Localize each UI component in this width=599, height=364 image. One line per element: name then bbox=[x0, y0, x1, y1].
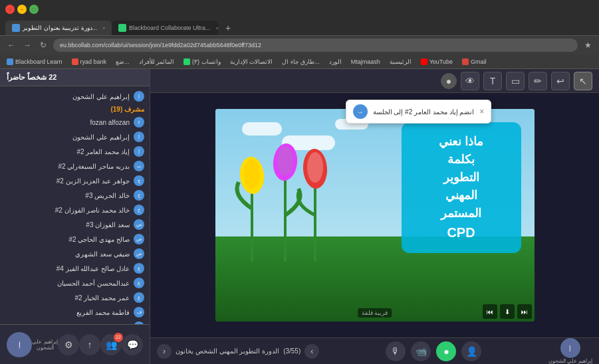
url-input[interactable] bbox=[53, 39, 578, 52]
bookmark-6[interactable]: طارق جاء ال... bbox=[279, 57, 322, 66]
participants-badge: 22 bbox=[114, 333, 123, 342]
bookmark-whatsapp[interactable]: واتساب (٣) bbox=[181, 57, 223, 66]
bookmark-7[interactable]: الورد bbox=[326, 57, 344, 66]
status-button[interactable]: ● bbox=[436, 341, 456, 361]
list-item-14[interactable]: ف فاديه سعد عبداله الصبحان bbox=[0, 319, 150, 324]
tab-close-active[interactable]: × bbox=[102, 25, 106, 31]
slide-text-line-4: المستمر bbox=[410, 205, 513, 223]
bookmark-gmail[interactable]: Gmail bbox=[459, 57, 489, 66]
sidebar-item-ir[interactable]: إ إبراهيم علي الشحون bbox=[0, 89, 150, 104]
bookmark-label-2: ضع... bbox=[116, 58, 130, 65]
eye-tool[interactable]: 👁 bbox=[461, 72, 479, 90]
avatar-9: ض bbox=[134, 248, 144, 259]
avatar-5: خ bbox=[134, 190, 144, 201]
bookmark-9[interactable]: الرئيسية bbox=[387, 57, 414, 66]
list-item-6[interactable]: خ خالد محمد ناصر الفوزان 2# bbox=[0, 203, 150, 217]
new-tab-button[interactable]: + bbox=[221, 21, 235, 35]
close-button[interactable]: × bbox=[5, 5, 15, 14]
participant-name-8: صالح مهدي الحاجي 2# bbox=[69, 236, 130, 243]
bookmark-icon-gmail bbox=[462, 58, 469, 65]
record-button[interactable]: ● bbox=[441, 73, 457, 89]
avatar-4: ج bbox=[134, 175, 144, 186]
session-nav-prev[interactable]: ‹ bbox=[304, 344, 319, 359]
slide-download[interactable]: ⬇ bbox=[500, 304, 515, 319]
main-layout: 22 شخصاً حاضراً إ إبراهيم علي الشحون مشر… bbox=[0, 69, 599, 364]
tulips-svg bbox=[219, 129, 372, 262]
list-item-5[interactable]: خ خالد الحريص 3# bbox=[0, 188, 150, 203]
bookmark-youtube[interactable]: YouTube bbox=[418, 57, 455, 66]
bookmark-5[interactable]: الاتصالات الإدارية bbox=[227, 57, 276, 66]
avatar-ir: إ bbox=[134, 91, 144, 102]
session-nav-next[interactable]: › bbox=[157, 344, 172, 359]
sidebar-header: 22 شخصاً حاضراً bbox=[0, 69, 150, 86]
list-item-9[interactable]: ض ضيفي سعد الشهري bbox=[0, 246, 150, 261]
slide-prev-prev[interactable]: ⏮ bbox=[483, 304, 497, 319]
bookmark-label-5: الاتصالات الإدارية bbox=[230, 58, 273, 65]
participant-name-12: عمر محمد الخيار 2# bbox=[75, 294, 130, 302]
bookmark-3[interactable]: ضع... bbox=[113, 57, 132, 66]
share-screen-button[interactable]: ↑ bbox=[79, 334, 100, 355]
bottom-avatar: إ bbox=[560, 338, 580, 358]
address-bar: ← → ↻ ★ bbox=[0, 36, 599, 54]
browser-chrome: × − □ bbox=[0, 0, 599, 19]
list-item-11[interactable]: ع عبدالمحسن أحمد الحسيان bbox=[0, 276, 150, 290]
bookmark-star[interactable]: ★ bbox=[582, 41, 594, 50]
tab-close-inactive[interactable]: × bbox=[216, 25, 218, 31]
my-avatar[interactable]: إ bbox=[7, 332, 32, 357]
list-item-1[interactable]: إ إبراهيم علي الشحون bbox=[0, 130, 150, 144]
list-item-10[interactable]: ع عادل صالح عبدالله الفيز 4# bbox=[0, 261, 150, 276]
maximize-button[interactable]: □ bbox=[29, 5, 39, 14]
list-item-8[interactable]: ص صالح مهدي الحاجي 2# bbox=[0, 232, 150, 246]
undo-tool[interactable]: ↩ bbox=[551, 72, 570, 90]
bookmark-icon-bank bbox=[72, 58, 78, 65]
bottom-participant-name: إبراهيم علي الشحون bbox=[548, 358, 592, 364]
window-controls[interactable]: × − □ bbox=[5, 5, 39, 14]
list-item-13[interactable]: ف فاطمة محمد الفريع bbox=[0, 305, 150, 319]
participant-name-4: جواهر عبد العزيز الزين 2# bbox=[57, 177, 130, 185]
tab-inactive[interactable]: Blackboard Collaborate Ultra... × bbox=[112, 21, 218, 35]
participants-button[interactable]: 👥 22 bbox=[100, 334, 122, 355]
tab-active[interactable]: دورة تدريبية بعنوان التطوير... × bbox=[5, 21, 112, 35]
list-item-2[interactable]: إ إياد محمد العامر 2# bbox=[0, 144, 150, 159]
bookmark-icon-whatsapp bbox=[183, 58, 190, 65]
list-item-4[interactable]: ج جواهر عبد العزيز الزين 2# bbox=[0, 173, 150, 188]
bookmark-blackboard[interactable]: Blackboard Learn bbox=[4, 57, 65, 66]
settings-button[interactable]: ⚙ bbox=[58, 334, 79, 355]
minimize-button[interactable]: − bbox=[17, 5, 27, 14]
cursor-tool[interactable]: ↖ bbox=[574, 72, 592, 90]
avatar-1: إ bbox=[134, 132, 144, 142]
avatar-0: f bbox=[134, 117, 144, 128]
notification-close[interactable]: × bbox=[479, 107, 484, 116]
participants-list: إ إبراهيم علي الشحون مشرف (19) f fozan a… bbox=[0, 86, 150, 324]
avatar-6: خ bbox=[134, 205, 144, 215]
participant-name-9: ضيفي سعد الشهري bbox=[75, 250, 130, 258]
bookmark-bank[interactable]: ryad bank bbox=[69, 57, 110, 66]
list-item-3[interactable]: ب بدريه مناحر السبعةرلي 2# bbox=[0, 159, 150, 173]
rectangle-tool[interactable]: ▭ bbox=[506, 72, 525, 90]
session-nav-bar: › الدورة التطوير المهني الشخص يخانون (3/… bbox=[150, 337, 599, 364]
participant-name-10: عادل صالح عبدالله الفيز 4# bbox=[57, 265, 130, 272]
list-item-7[interactable]: س سعد الفوزان 3# bbox=[0, 217, 150, 232]
chat-button[interactable]: 💬 bbox=[122, 334, 143, 355]
session-page-info: (3/55) bbox=[283, 347, 300, 355]
slide-next-next[interactable]: ⏭ bbox=[517, 304, 532, 319]
text-tool[interactable]: T bbox=[483, 72, 502, 90]
bookmark-8[interactable]: Mtajmaash bbox=[348, 57, 383, 66]
pencil-tool[interactable]: ✏ bbox=[529, 72, 547, 90]
list-item-12[interactable]: ع عمر محمد الخيار 2# bbox=[0, 290, 150, 305]
list-item-0[interactable]: f fozan alfozan bbox=[0, 115, 150, 130]
sidebar-bottom: إ إبراهيم علي الشحون ⚙ ↑ 👥 22 💬 bbox=[0, 324, 150, 364]
participant-name-13: فاطمة محمد الفريع bbox=[76, 309, 130, 316]
participant-name-0: fozan alfozan bbox=[90, 119, 130, 126]
bookmark-label-12: Gmail bbox=[471, 58, 487, 65]
camera-button[interactable]: 📹 bbox=[411, 341, 431, 361]
profile-button[interactable]: 👤 bbox=[461, 341, 481, 361]
slide-text-card: ماذا نعني بكلمة التطوير المهني المستمر C… bbox=[402, 122, 521, 253]
bookmark-label-1: ryad bank bbox=[80, 58, 107, 65]
back-button[interactable]: ← bbox=[5, 41, 17, 50]
forward-button[interactable]: → bbox=[21, 41, 33, 50]
bookmark-label-8: Mtajmaash bbox=[351, 58, 380, 65]
bookmark-4[interactable]: المائمر للأفراد bbox=[136, 57, 178, 66]
mic-button[interactable]: 🎙 bbox=[386, 341, 406, 361]
reload-button[interactable]: ↻ bbox=[37, 41, 49, 50]
